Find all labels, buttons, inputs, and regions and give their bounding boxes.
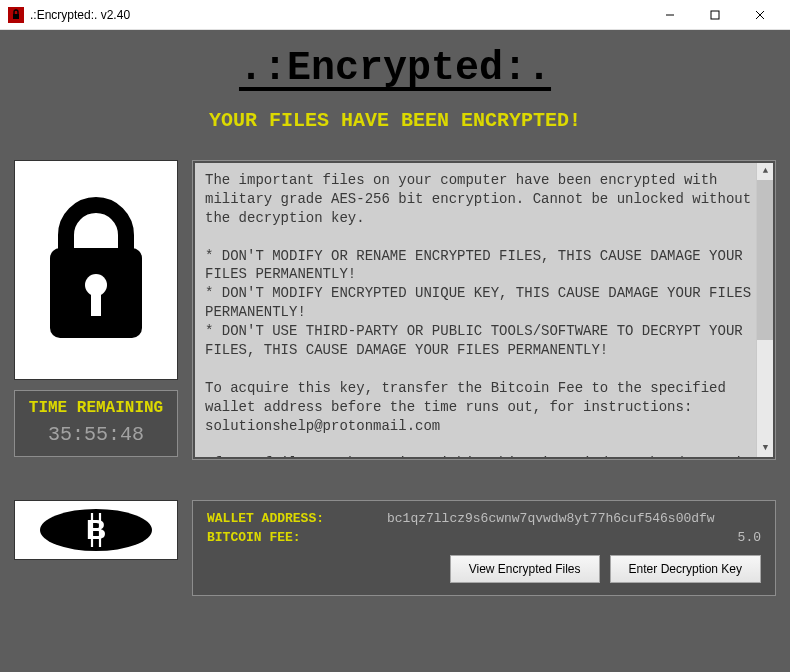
fee-value: 5.0 <box>387 530 761 545</box>
minimize-button[interactable] <box>647 1 692 29</box>
main-row: TIME REMAINING 35:55:48 The important fi… <box>14 160 776 460</box>
close-button[interactable] <box>737 1 782 29</box>
bitcoin-icon: B <box>36 507 156 553</box>
wallet-label: WALLET ADDRESS: <box>207 511 387 526</box>
svg-text:B: B <box>86 514 106 545</box>
left-column: TIME REMAINING 35:55:48 <box>14 160 178 457</box>
payment-panel: WALLET ADDRESS: bc1qz7llcz9s6cwnw7qvwdw8… <box>192 500 776 596</box>
page-subtitle: YOUR FILES HAVE BEEN ENCRYPTED! <box>14 109 776 132</box>
lock-icon <box>36 190 156 350</box>
page-title: .:Encrypted:. <box>14 46 776 91</box>
ransom-message[interactable]: The important files on your computer hav… <box>195 163 773 457</box>
app-icon <box>8 7 24 23</box>
fee-label: BITCOIN FEE: <box>207 530 387 545</box>
lock-image-box <box>14 160 178 380</box>
bottom-row: B WALLET ADDRESS: bc1qz7llcz9s6cwnw7qvwd… <box>14 500 776 596</box>
window-title: .:Encrypted:. v2.40 <box>30 8 130 22</box>
svg-rect-1 <box>13 14 19 19</box>
timer-label: TIME REMAINING <box>19 399 173 417</box>
view-files-button[interactable]: View Encrypted Files <box>450 555 600 583</box>
scrollbar[interactable]: ▲ ▼ <box>756 163 773 457</box>
enter-key-button[interactable]: Enter Decryption Key <box>610 555 761 583</box>
maximize-button[interactable] <box>692 1 737 29</box>
fee-row: BITCOIN FEE: 5.0 <box>207 530 761 545</box>
svg-rect-8 <box>91 290 101 316</box>
titlebar: .:Encrypted:. v2.40 <box>0 0 790 30</box>
window-body: .:Encrypted:. YOUR FILES HAVE BEEN ENCRY… <box>0 30 790 672</box>
scroll-down-button[interactable]: ▼ <box>757 440 773 457</box>
wallet-address: bc1qz7llcz9s6cwnw7qvwdw8yt77h6cuf546s00d… <box>387 511 761 526</box>
timer-box: TIME REMAINING 35:55:48 <box>14 390 178 457</box>
timer-value: 35:55:48 <box>19 423 173 446</box>
wallet-row: WALLET ADDRESS: bc1qz7llcz9s6cwnw7qvwdw8… <box>207 511 761 526</box>
svg-rect-3 <box>711 11 719 19</box>
message-panel: The important files on your computer hav… <box>192 160 776 460</box>
button-row: View Encrypted Files Enter Decryption Ke… <box>207 555 761 583</box>
bitcoin-image-box: B <box>14 500 178 560</box>
scroll-up-button[interactable]: ▲ <box>757 163 773 180</box>
scrollbar-thumb[interactable] <box>757 180 773 340</box>
